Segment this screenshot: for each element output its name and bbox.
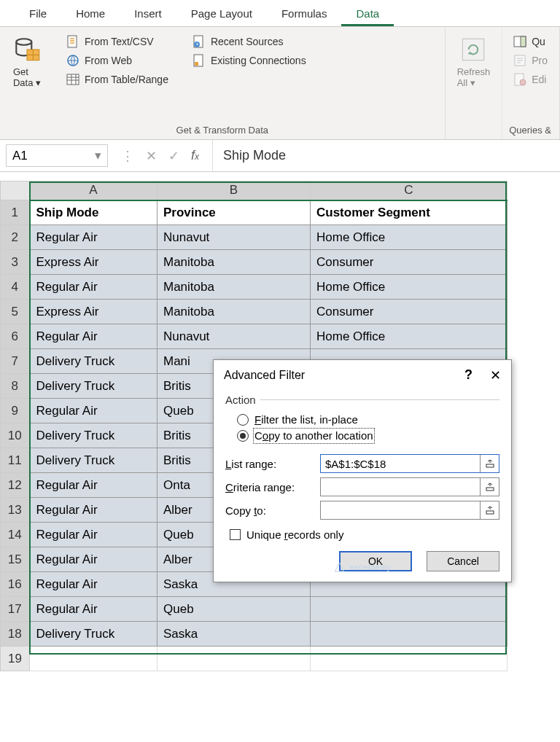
database-icon <box>12 34 42 65</box>
row-header[interactable]: 6 <box>1 324 30 349</box>
cell[interactable]: Regular Air <box>30 324 158 349</box>
row-header[interactable]: 15 <box>1 547 30 572</box>
row-header[interactable]: 12 <box>1 473 30 498</box>
cell[interactable] <box>30 647 158 671</box>
collapse-dialog-button[interactable] <box>480 478 499 496</box>
cell[interactable]: Regular Air <box>30 498 158 523</box>
row-header[interactable]: 1 <box>1 200 30 225</box>
tab-file[interactable]: File <box>15 3 61 26</box>
radio-filter-in-place[interactable]: Filter the list, in-place <box>237 413 499 426</box>
cell[interactable]: Regular Air <box>30 597 158 622</box>
cell[interactable]: Delivery Truck <box>30 448 158 473</box>
name-box[interactable]: A1 ▾ <box>6 144 108 167</box>
cell[interactable]: Regular Air <box>30 523 158 547</box>
row-header[interactable]: 10 <box>1 423 30 448</box>
cell[interactable] <box>311 597 508 622</box>
row-header[interactable]: 11 <box>1 448 30 473</box>
col-header-C[interactable]: C <box>311 181 508 200</box>
tab-home[interactable]: Home <box>61 3 120 26</box>
cell[interactable]: Nunavut <box>158 225 311 250</box>
select-all-corner[interactable] <box>1 181 30 200</box>
svg-rect-13 <box>521 36 526 47</box>
cell[interactable]: Delivery Truck <box>30 423 158 448</box>
cell[interactable]: Manitoba <box>158 275 311 300</box>
cell[interactable]: Home Office <box>311 275 508 300</box>
tab-page-layout[interactable]: Page Layout <box>176 3 267 26</box>
fx-icon[interactable]: fx <box>191 148 199 163</box>
cell[interactable] <box>311 622 508 647</box>
from-text-csv-button[interactable]: From Text/CSV <box>66 34 168 49</box>
header-cell[interactable]: Province <box>158 200 311 225</box>
row-header[interactable]: 18 <box>1 622 30 647</box>
cell[interactable]: Nunavut <box>158 324 311 349</box>
cell[interactable]: Consumer <box>311 250 508 275</box>
col-header-B[interactable]: B <box>158 181 311 200</box>
from-web-button[interactable]: From Web <box>66 53 168 68</box>
header-cell[interactable]: Customer Segment <box>311 200 508 225</box>
row-header[interactable]: 14 <box>1 523 30 547</box>
cell[interactable]: Delivery Truck <box>30 622 158 647</box>
enter-icon[interactable]: ✓ <box>168 148 179 164</box>
cell[interactable]: Regular Air <box>30 275 158 300</box>
cell[interactable]: Manitoba <box>158 300 311 324</box>
chevron-down-icon[interactable]: ▾ <box>95 148 101 163</box>
from-table-range-button[interactable]: From Table/Range <box>66 72 168 87</box>
criteria-range-input[interactable] <box>321 478 480 496</box>
help-button[interactable]: ? <box>464 367 472 383</box>
tab-formulas[interactable]: Formulas <box>267 3 342 26</box>
refresh-all-button[interactable]: RefreshAll ▾ <box>453 31 495 91</box>
row-header[interactable]: 17 <box>1 597 30 622</box>
cell[interactable]: Regular Air <box>30 473 158 498</box>
cell[interactable]: Regular Air <box>30 399 158 423</box>
formula-bar: A1 ▾ ⋮ ✕ ✓ fx Ship Mode <box>0 140 560 172</box>
cell[interactable]: Saska <box>158 622 311 647</box>
unique-records-checkbox[interactable] <box>230 529 241 540</box>
recent-sources-button[interactable]: Recent Sources <box>192 34 306 49</box>
cancel-icon[interactable]: ✕ <box>146 148 157 164</box>
cell[interactable]: Regular Air <box>30 547 158 572</box>
cell[interactable]: Express Air <box>30 300 158 324</box>
row-header[interactable]: 7 <box>1 349 30 374</box>
collapse-dialog-button[interactable] <box>480 501 499 519</box>
advanced-filter-dialog: Advanced Filter ? ✕ Action Filter the li… <box>213 359 512 582</box>
radio-copy-to-location[interactable]: Copy to another location <box>237 429 499 442</box>
existing-connections-button[interactable]: Existing Connections <box>192 53 306 68</box>
cell[interactable]: Queb <box>158 597 311 622</box>
row-header[interactable]: 16 <box>1 572 30 597</box>
header-cell[interactable]: Ship Mode <box>30 200 158 225</box>
row-header[interactable]: 9 <box>1 399 30 423</box>
cell[interactable]: Consumer <box>311 300 508 324</box>
svg-point-0 <box>16 39 31 44</box>
col-header-A[interactable]: A <box>30 181 158 200</box>
cell[interactable]: Manitoba <box>158 250 311 275</box>
cancel-button[interactable]: Cancel <box>427 551 499 571</box>
row-header[interactable]: 5 <box>1 300 30 324</box>
queries-item-1[interactable]: Qu <box>513 34 548 49</box>
tab-insert[interactable]: Insert <box>120 3 176 26</box>
row-header[interactable]: 8 <box>1 374 30 399</box>
collapse-dialog-button[interactable] <box>480 455 499 472</box>
cell[interactable] <box>311 647 508 671</box>
cell[interactable] <box>158 647 311 671</box>
tab-data[interactable]: Data <box>341 3 394 26</box>
cell[interactable]: Regular Air <box>30 572 158 597</box>
row-header[interactable]: 2 <box>1 225 30 250</box>
close-icon[interactable]: ✕ <box>490 367 501 383</box>
cell[interactable]: Delivery Truck <box>30 349 158 374</box>
cell[interactable]: Home Office <box>311 324 508 349</box>
cell[interactable]: Regular Air <box>30 225 158 250</box>
get-data-button[interactable]: GetData ▾ <box>7 31 47 91</box>
row-header[interactable]: 13 <box>1 498 30 523</box>
list-range-input[interactable] <box>321 455 480 472</box>
queries-item-2[interactable]: Pro <box>513 53 548 68</box>
cell[interactable]: Home Office <box>311 225 508 250</box>
row-header[interactable]: 4 <box>1 275 30 300</box>
row-header[interactable]: 19 <box>1 647 30 671</box>
copy-to-input[interactable] <box>321 501 480 519</box>
queries-item-3[interactable]: Edi <box>513 72 548 87</box>
formula-value[interactable]: Ship Mode <box>212 140 560 171</box>
cell[interactable]: Delivery Truck <box>30 374 158 399</box>
worksheet-grid[interactable]: ABC1Ship ModeProvinceCustomer Segment2Re… <box>0 172 560 671</box>
cell[interactable]: Express Air <box>30 250 158 275</box>
row-header[interactable]: 3 <box>1 250 30 275</box>
